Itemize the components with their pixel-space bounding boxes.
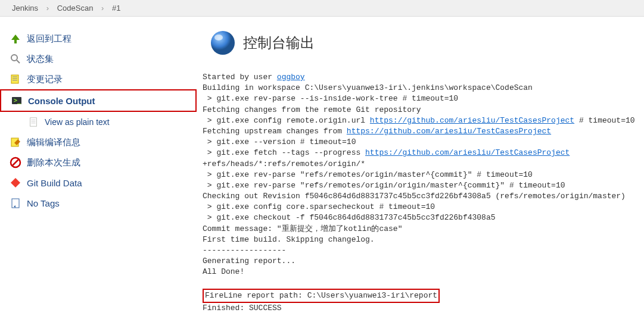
prohibit-icon — [9, 156, 22, 169]
sidebar-label: 编辑编译信息 — [27, 137, 80, 148]
notepad-icon — [9, 73, 22, 86]
svg-text:>_: >_ — [14, 97, 21, 104]
tag-icon — [9, 196, 22, 210]
git-repo-link[interactable]: https://github.com/ariesliu/TestCasesPro… — [365, 148, 570, 157]
up-arrow-icon — [9, 32, 22, 45]
terminal-icon: >_ — [10, 94, 23, 107]
document-icon — [27, 115, 40, 129]
sidebar-label: 返回到工程 — [27, 33, 71, 45]
user-link[interactable]: oggboy — [277, 73, 305, 82]
sidebar-item-editbuild[interactable]: 编辑编译信息 — [0, 132, 197, 152]
breadcrumb-sep: › — [46, 4, 49, 12]
sidebar-item-console[interactable]: >_ Console Output — [0, 89, 197, 112]
sidebar: 返回到工程 状态集 变更记录 >_ Console Output View as… — [0, 17, 197, 322]
git-icon — [9, 176, 22, 189]
sidebar-item-notags[interactable]: No Tags — [0, 193, 197, 213]
svg-point-16 — [211, 31, 235, 55]
breadcrumb-sep: › — [101, 4, 104, 12]
sidebar-label: 删除本次生成 — [27, 157, 80, 168]
blue-ball-icon — [209, 29, 237, 57]
console-output: Started by user oggboy Building in works… — [203, 72, 644, 314]
breadcrumb-build[interactable]: #1 — [112, 4, 120, 12]
git-repo-link[interactable]: https://github.com/ariesliu/TestCasesPro… — [347, 127, 551, 136]
breadcrumb-job[interactable]: CodeScan — [57, 4, 94, 12]
sidebar-item-gitdata[interactable]: Git Build Data — [0, 173, 197, 193]
svg-line-14 — [13, 160, 18, 165]
search-icon — [9, 52, 22, 65]
sidebar-item-status[interactable]: 状态集 — [0, 49, 197, 69]
svg-rect-8 — [30, 118, 37, 126]
svg-rect-2 — [11, 75, 18, 83]
breadcrumb: Jenkins › CodeScan › #1 — [0, 0, 644, 17]
edit-notepad-icon — [9, 136, 22, 149]
sidebar-label: Console Output — [28, 96, 95, 106]
report-path-highlight: FireLine report path: C:\Users\yuanwei3-… — [203, 289, 440, 303]
git-repo-link[interactable]: https://github.com/ariesliu/TestCasesPro… — [370, 116, 574, 125]
sidebar-label: Git Build Data — [27, 178, 82, 188]
sidebar-item-back[interactable]: 返回到工程 — [0, 29, 197, 49]
svg-line-1 — [17, 60, 20, 63]
title-row: 控制台输出 — [209, 29, 644, 57]
page-title: 控制台输出 — [243, 33, 315, 52]
sidebar-label: View as plain text — [45, 117, 110, 127]
sidebar-label: 变更记录 — [27, 74, 63, 85]
svg-point-17 — [214, 35, 223, 40]
breadcrumb-jenkins[interactable]: Jenkins — [12, 4, 38, 12]
sidebar-label: No Tags — [27, 198, 60, 208]
sidebar-item-plaintext[interactable]: View as plain text — [0, 112, 197, 132]
svg-point-0 — [11, 55, 17, 61]
content: 控制台输出 Started by user oggboy Building in… — [197, 17, 644, 322]
sidebar-item-delete[interactable]: 删除本次生成 — [0, 152, 197, 173]
sidebar-label: 状态集 — [27, 54, 54, 65]
sidebar-item-changes[interactable]: 变更记录 — [0, 69, 197, 89]
